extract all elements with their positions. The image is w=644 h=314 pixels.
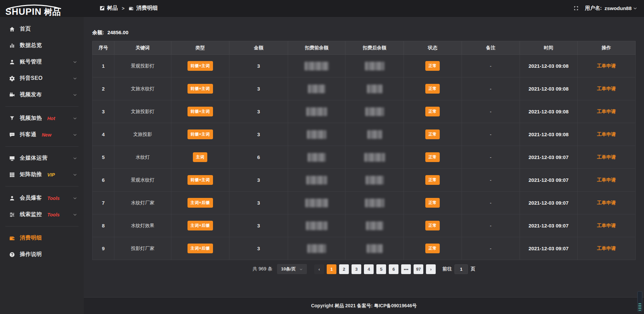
cell-remark: -: [462, 100, 520, 123]
cell-remark: -: [462, 169, 520, 192]
masked-value: [366, 176, 384, 185]
sidebar-item-member-burst[interactable]: 会员爆客Tools: [0, 190, 84, 206]
fullscreen-icon[interactable]: [573, 5, 579, 11]
next-page-button[interactable]: ›: [426, 264, 436, 274]
sidebar-item-douyin-seo[interactable]: 抖音SEO: [0, 70, 84, 87]
cell-action: 工单申请: [577, 100, 635, 123]
chevron-down-icon: [73, 60, 77, 64]
pagination: 共 969 条10条/页‹123456•••97›前往页: [92, 264, 636, 274]
cell-keyword: 水纹灯: [114, 146, 171, 169]
cell-status: 正常: [404, 237, 462, 260]
page-button-97[interactable]: 97: [414, 264, 423, 274]
work-order-link[interactable]: 工单申请: [597, 223, 616, 228]
heat-icon: [9, 115, 15, 121]
cell-remark: -: [462, 123, 520, 146]
breadcrumb-home[interactable]: 树品: [107, 5, 118, 12]
sidebar-divider: [5, 146, 78, 147]
sidebar-item-label: 会员爆客: [20, 195, 42, 202]
masked-value: [305, 199, 328, 207]
sidebar-item-data-overview[interactable]: 数据总览: [0, 37, 84, 54]
work-order-link[interactable]: 工单申请: [597, 132, 616, 137]
cell-amount: 3: [229, 192, 288, 214]
sidebar-item-video-publish[interactable]: 视频发布: [0, 87, 84, 103]
grid-icon: [9, 172, 15, 178]
page-ellipsis-button[interactable]: •••: [401, 264, 411, 274]
work-order-link[interactable]: 工单申请: [597, 246, 616, 251]
masked-value: [306, 107, 327, 116]
page-button-3[interactable]: 3: [352, 264, 361, 274]
masked-value: [307, 244, 326, 253]
cell-keyword: 文旅投影: [114, 123, 171, 146]
table-row: 3文旅投影灯前缀+主词3正常-2021-12-03 09:08工单申请: [93, 100, 636, 123]
page-button-5[interactable]: 5: [376, 264, 386, 274]
masked-value: [306, 221, 327, 230]
prev-page-button[interactable]: ‹: [314, 264, 324, 274]
user-menu[interactable]: 用户名: zswodun88: [585, 5, 637, 11]
username-value: zswodun88: [604, 5, 632, 11]
cell-no: 1: [93, 55, 114, 77]
work-order-link[interactable]: 工单申请: [597, 177, 616, 182]
copyright-text: Copyright 树品 2021 备案号: 粤ICP备09019646号: [311, 303, 417, 309]
sidebar-item-label: 视频发布: [20, 91, 42, 98]
balance-value: 24856.00: [107, 30, 128, 35]
work-order-link[interactable]: 工单申请: [597, 200, 616, 205]
scrollbar-widget[interactable]: [637, 291, 642, 312]
sidebar-item-consume-detail[interactable]: 消费明细: [0, 230, 84, 246]
work-order-link[interactable]: 工单申请: [597, 86, 616, 91]
sidebar-divider: [5, 226, 78, 226]
breadcrumb-current: 消费明细: [136, 5, 158, 12]
work-order-link[interactable]: 工单申请: [597, 154, 616, 160]
page-button-4[interactable]: 4: [364, 264, 374, 274]
sidebar-item-label: 消费明细: [20, 234, 42, 242]
sidebar-item-label: 抖客通: [20, 131, 37, 138]
page-button-1[interactable]: 1: [327, 264, 336, 274]
sidebar-item-clue-monitor[interactable]: 线索监控Tools: [0, 206, 84, 223]
cell-status: 正常: [404, 123, 462, 146]
page-size-select[interactable]: 10条/页: [277, 264, 307, 274]
chevron-down-icon: [633, 6, 637, 10]
goto-page-input[interactable]: [454, 264, 468, 274]
sidebar-item-media-operation[interactable]: 全媒体运营: [0, 150, 84, 166]
cell-balance-after: [345, 214, 404, 237]
cell-time: 2021-12-03 09:08: [520, 55, 578, 77]
cell-type: 前缀+主词: [171, 77, 229, 100]
sidebar-item-home[interactable]: 首页: [0, 21, 84, 37]
cell-no: 7: [93, 192, 114, 214]
cell-time: 2021-12-03 09:07: [520, 192, 578, 214]
masked-value: [307, 130, 326, 139]
sidebar-item-douketong[interactable]: 抖客通New: [0, 126, 84, 143]
cell-status: 正常: [404, 192, 462, 214]
type-badge: 主词: [193, 152, 207, 162]
table-row: 5水纹灯主词6正常-2021-12-03 09:07工单申请: [93, 146, 636, 169]
chevron-down-icon: [73, 172, 77, 177]
cell-no: 2: [93, 77, 114, 100]
status-badge: 正常: [425, 175, 440, 185]
breadcrumb-separator: >: [122, 6, 124, 11]
chevron-down-icon: [73, 156, 77, 160]
page-button-6[interactable]: 6: [389, 264, 398, 274]
sidebar-item-account-management[interactable]: 账号管理: [0, 54, 84, 70]
sidebar-item-matrix-boost[interactable]: 矩阵助推VIP: [0, 166, 84, 183]
edit-square-icon: [100, 6, 105, 11]
type-badge: 主词+后缀: [187, 198, 213, 208]
page-button-2[interactable]: 2: [339, 264, 349, 274]
work-order-link[interactable]: 工单申请: [597, 109, 616, 114]
cell-status: 正常: [404, 77, 462, 100]
cell-no: 4: [93, 123, 114, 146]
cell-balance-after: [345, 169, 404, 192]
cell-no: 8: [93, 214, 114, 237]
sidebar-item-video-heat[interactable]: 视频加热Hot: [0, 110, 84, 126]
cell-balance-after: [345, 192, 404, 214]
cell-keyword: 投影灯厂家: [114, 237, 171, 260]
sidebar-item-operation-guide[interactable]: 操作说明: [0, 246, 84, 263]
sidebar-item-label: 视频加热: [20, 115, 42, 122]
cell-action: 工单申请: [577, 146, 635, 169]
work-order-link[interactable]: 工单申请: [597, 63, 616, 68]
cell-time: 2021-12-03 09:08: [520, 77, 578, 100]
masked-value: [367, 130, 382, 139]
member-icon: [9, 195, 15, 201]
sidebar-menu: 首页数据总览账号管理抖音SEO视频发布视频加热Hot抖客通New全媒体运营矩阵助…: [0, 17, 84, 314]
cell-keyword: 水纹灯厂家: [114, 192, 171, 214]
cell-time: 2021-12-03 09:07: [520, 214, 578, 237]
sidebar-item-label: 操作说明: [20, 251, 42, 258]
